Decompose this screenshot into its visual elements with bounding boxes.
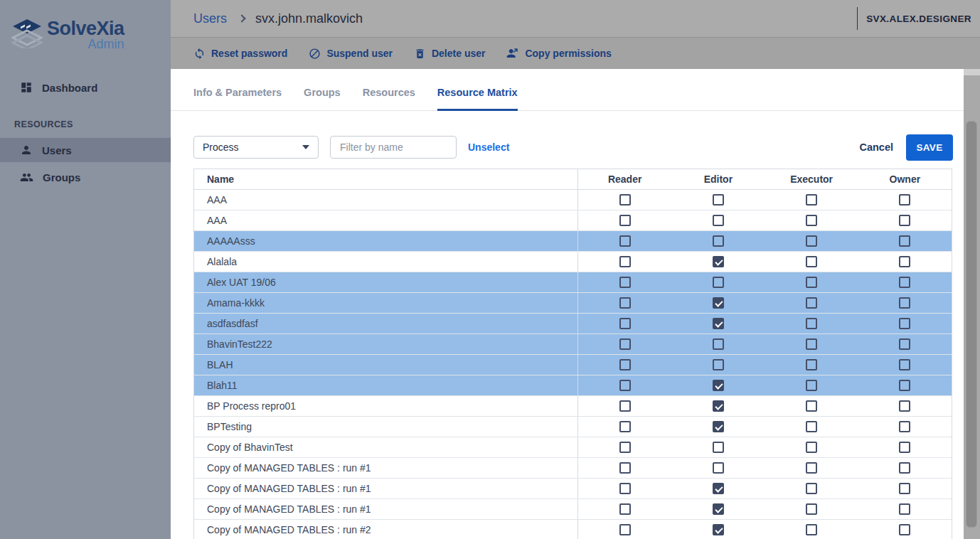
checkbox-executor[interactable]: [806, 297, 817, 309]
table-row[interactable]: Copy of MANAGED TABLES : run #2: [194, 520, 952, 539]
checkbox-executor[interactable]: [806, 400, 817, 412]
checkbox-owner[interactable]: [899, 256, 910, 267]
checkbox-executor[interactable]: [806, 442, 817, 453]
checkbox-editor[interactable]: [713, 421, 724, 432]
checkbox-reader[interactable]: [619, 421, 631, 432]
tab-resource-matrix[interactable]: Resource Matrix: [437, 87, 518, 110]
sidebar-item-users[interactable]: Users: [0, 138, 171, 162]
checkbox-reader[interactable]: [619, 503, 631, 515]
sidebar-item-groups[interactable]: Groups: [0, 165, 171, 189]
checkbox-executor[interactable]: [806, 462, 817, 474]
checkbox-editor[interactable]: [713, 462, 724, 474]
checkbox-owner[interactable]: [899, 359, 910, 370]
breadcrumb-users-link[interactable]: Users: [193, 11, 227, 26]
table-row[interactable]: Alex UAT 19/06: [194, 272, 952, 293]
checkbox-owner[interactable]: [899, 235, 910, 247]
checkbox-owner[interactable]: [899, 194, 910, 206]
scrollbar-thumb[interactable]: [966, 121, 977, 528]
checkbox-executor[interactable]: [806, 421, 817, 432]
checkbox-owner[interactable]: [899, 442, 910, 453]
checkbox-editor[interactable]: [713, 297, 724, 309]
checkbox-owner[interactable]: [899, 400, 910, 412]
table-row[interactable]: Blah11: [194, 375, 952, 396]
checkbox-reader[interactable]: [619, 359, 631, 370]
checkbox-editor[interactable]: [713, 380, 724, 391]
table-row[interactable]: Copy of BhavinTest: [194, 437, 952, 458]
checkbox-executor[interactable]: [806, 256, 817, 267]
page-scrollbar[interactable]: [964, 69, 980, 539]
checkbox-reader[interactable]: [619, 380, 631, 391]
checkbox-executor[interactable]: [806, 338, 817, 350]
checkbox-owner[interactable]: [899, 380, 910, 391]
copy-permissions-button[interactable]: Copy permissions: [506, 47, 611, 60]
checkbox-editor[interactable]: [713, 524, 724, 535]
checkbox-executor[interactable]: [806, 380, 817, 391]
table-row[interactable]: AAA: [194, 190, 952, 210]
table-row[interactable]: Amama-kkkk: [194, 293, 952, 314]
checkbox-reader[interactable]: [619, 318, 631, 329]
checkbox-reader[interactable]: [619, 524, 631, 535]
checkbox-editor[interactable]: [713, 442, 724, 453]
checkbox-reader[interactable]: [619, 215, 631, 226]
checkbox-owner[interactable]: [899, 277, 910, 288]
checkbox-editor[interactable]: [713, 400, 724, 412]
resource-type-select[interactable]: Process: [193, 136, 319, 159]
checkbox-editor[interactable]: [713, 277, 724, 288]
checkbox-editor[interactable]: [713, 503, 724, 515]
checkbox-editor[interactable]: [713, 359, 724, 370]
table-row[interactable]: AAAAAsss: [194, 231, 952, 252]
table-row[interactable]: BhavinTest222: [194, 334, 952, 355]
checkbox-editor[interactable]: [713, 256, 724, 267]
cancel-button[interactable]: Cancel: [859, 142, 893, 153]
tab-resources[interactable]: Resources: [363, 87, 415, 110]
checkbox-executor[interactable]: [806, 503, 817, 515]
checkbox-owner[interactable]: [899, 297, 910, 309]
checkbox-editor[interactable]: [713, 318, 724, 329]
checkbox-editor[interactable]: [713, 235, 724, 247]
checkbox-owner[interactable]: [899, 503, 910, 515]
checkbox-reader[interactable]: [619, 400, 631, 412]
checkbox-editor[interactable]: [713, 338, 724, 350]
sidebar-item-dashboard[interactable]: Dashboard: [0, 75, 171, 100]
tab-info-parameters[interactable]: Info & Parameters: [193, 87, 282, 110]
filter-by-name-input[interactable]: [330, 136, 457, 159]
checkbox-reader[interactable]: [619, 442, 631, 453]
table-row[interactable]: Copy of MANAGED TABLES : run #1: [194, 499, 952, 520]
table-row[interactable]: Alalala: [194, 252, 952, 272]
table-row[interactable]: BP Process repro01: [194, 396, 952, 417]
table-row[interactable]: asdfasdfasf: [194, 314, 952, 334]
checkbox-executor[interactable]: [806, 318, 817, 329]
checkbox-executor[interactable]: [806, 194, 817, 206]
checkbox-owner[interactable]: [899, 462, 910, 474]
checkbox-owner[interactable]: [899, 524, 910, 535]
reset-password-button[interactable]: Reset password: [193, 48, 287, 60]
checkbox-reader[interactable]: [619, 462, 631, 474]
save-button[interactable]: SAVE: [906, 134, 953, 161]
table-row[interactable]: Copy of MANAGED TABLES : run #1: [194, 458, 952, 479]
table-row[interactable]: BLAH: [194, 355, 952, 375]
checkbox-owner[interactable]: [899, 483, 910, 494]
checkbox-owner[interactable]: [899, 215, 910, 226]
checkbox-editor[interactable]: [713, 194, 724, 206]
checkbox-reader[interactable]: [619, 338, 631, 350]
account-menu[interactable]: SVX.ALEX.DESIGNER: [857, 7, 973, 30]
checkbox-executor[interactable]: [806, 235, 817, 247]
delete-user-button[interactable]: Delete user: [414, 48, 485, 60]
table-row[interactable]: Copy of MANAGED TABLES : run #1: [194, 479, 952, 499]
checkbox-executor[interactable]: [806, 215, 817, 226]
checkbox-reader[interactable]: [619, 194, 631, 206]
checkbox-reader[interactable]: [619, 235, 631, 247]
checkbox-owner[interactable]: [899, 421, 910, 432]
checkbox-reader[interactable]: [619, 256, 631, 267]
checkbox-executor[interactable]: [806, 483, 817, 494]
checkbox-reader[interactable]: [619, 483, 631, 494]
checkbox-executor[interactable]: [806, 359, 817, 370]
checkbox-owner[interactable]: [899, 338, 910, 350]
checkbox-executor[interactable]: [806, 524, 817, 535]
checkbox-editor[interactable]: [713, 483, 724, 494]
suspend-user-button[interactable]: Suspend user: [309, 48, 393, 60]
table-row[interactable]: BPTesting: [194, 417, 952, 437]
checkbox-executor[interactable]: [806, 277, 817, 288]
checkbox-owner[interactable]: [899, 318, 910, 329]
checkbox-editor[interactable]: [713, 215, 724, 226]
